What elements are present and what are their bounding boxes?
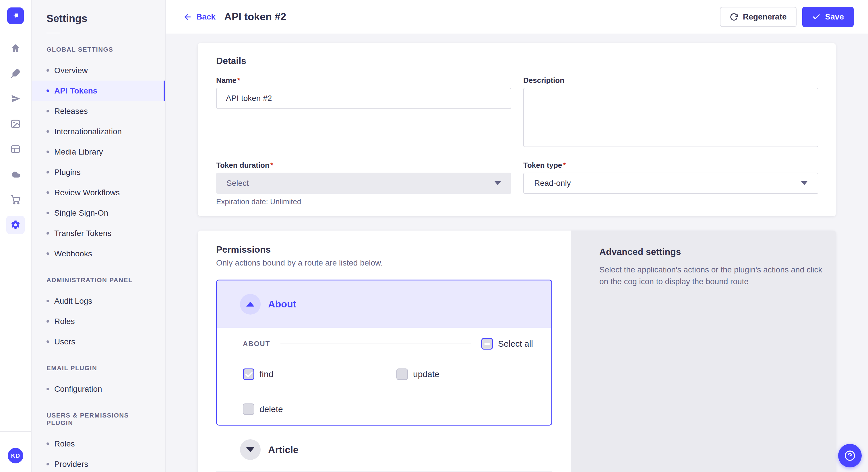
sidebar-item-media-library[interactable]: Media Library	[32, 142, 165, 162]
sidebar-item-audit-logs[interactable]: Audit Logs	[32, 291, 165, 311]
required-asterisk: *	[563, 161, 566, 169]
select-all-control[interactable]: Select all	[482, 338, 533, 349]
expand-toggle[interactable]	[240, 439, 260, 460]
about-section-row: ABOUT Select all	[243, 338, 533, 349]
icon-rail: KD	[0, 0, 32, 472]
check-icon	[812, 12, 820, 21]
chevron-down-icon	[495, 181, 501, 185]
back-label: Back	[196, 12, 216, 22]
sidebar-item-review-workflows[interactable]: Review Workflows	[32, 182, 165, 203]
accordion-article-title: Article	[268, 444, 299, 456]
chevron-up-icon	[246, 302, 254, 307]
accordion-about-title: About	[268, 299, 296, 310]
section-heading-email-plugin: EMAIL PLUGIN	[46, 365, 150, 372]
sidebar-item-internationalization[interactable]: Internationalization	[32, 121, 165, 142]
expiration-hint: Expiration date: Unlimited	[216, 197, 511, 206]
images-icon[interactable]	[6, 115, 25, 133]
page-header: Back API token #2 Regenerate Save	[166, 0, 868, 34]
chevron-down-icon	[801, 181, 807, 185]
bullet-icon	[46, 191, 49, 194]
sidebar-item-releases[interactable]: Releases	[32, 101, 165, 121]
section-items: Configuration	[32, 379, 165, 399]
update-label: update	[413, 369, 439, 379]
about-section-label: ABOUT	[243, 340, 270, 348]
regenerate-button[interactable]: Regenerate	[720, 7, 797, 27]
bullet-icon	[46, 320, 49, 323]
delete-label: delete	[259, 404, 283, 414]
sidebar-title-divider	[46, 33, 60, 33]
bullet-icon	[46, 90, 49, 92]
token-duration-label: Token duration*	[216, 161, 511, 170]
sidebar-item-webhooks[interactable]: Webhooks	[32, 243, 165, 264]
permissions-subtitle: Only actions bound by a route are listed…	[216, 258, 552, 268]
description-textarea[interactable]	[523, 88, 818, 147]
sidebar-item-admin-roles[interactable]: Roles	[32, 311, 165, 332]
token-duration-select[interactable]: Select	[216, 173, 511, 194]
accordion-article-header[interactable]: Article	[216, 439, 552, 460]
cloud-icon[interactable]	[6, 165, 25, 183]
token-type-select[interactable]: Read-only	[523, 173, 818, 194]
section-heading-global-settings: GLOBAL SETTINGS	[46, 46, 150, 53]
details-form: Name* Description Token duration* Select…	[216, 76, 817, 206]
accordion-about: About ABOUT Select all	[216, 279, 552, 426]
bullet-icon	[46, 171, 49, 173]
sidebar-item-transfer-tokens[interactable]: Transfer Tokens	[32, 223, 165, 243]
permissions-heading: Permissions	[216, 244, 552, 255]
about-actions-grid: find update delete	[243, 369, 533, 415]
next-accordion-strip	[216, 471, 552, 472]
bullet-icon	[46, 388, 49, 390]
action-delete: delete	[243, 403, 396, 415]
bullet-icon	[46, 110, 49, 112]
bullet-icon	[46, 442, 49, 445]
strapi-logo[interactable]	[7, 7, 24, 24]
bullet-icon	[46, 252, 49, 255]
paper-plane-icon[interactable]	[6, 90, 25, 108]
details-card: Details Name* Description Token duration…	[198, 43, 836, 216]
feather-icon[interactable]	[6, 64, 25, 82]
cart-icon[interactable]	[6, 191, 25, 209]
accordion-about-header[interactable]: About	[217, 280, 551, 328]
bullet-icon	[46, 300, 49, 302]
back-button[interactable]: Back	[183, 12, 216, 22]
layout-icon[interactable]	[6, 140, 25, 158]
section-items: Audit Logs Roles Users	[32, 291, 165, 352]
home-icon[interactable]	[6, 39, 25, 57]
name-input[interactable]	[216, 88, 511, 109]
regenerate-label: Regenerate	[743, 12, 787, 22]
accordion-about-body: ABOUT Select all find	[217, 328, 551, 425]
name-field-group: Name*	[216, 76, 511, 148]
collapse-toggle[interactable]	[240, 294, 260, 314]
section-heading-users-permissions-plugin: USERS & PERMISSIONS PLUGIN	[46, 412, 150, 427]
sidebar-item-configuration[interactable]: Configuration	[32, 379, 165, 399]
back-arrow-icon	[183, 12, 192, 22]
rail-nav	[6, 39, 25, 234]
section-divider	[280, 343, 471, 344]
rail-divider	[0, 431, 31, 432]
sidebar-item-providers[interactable]: Providers	[32, 454, 165, 472]
select-all-checkbox[interactable]	[482, 338, 493, 349]
chevron-down-icon	[246, 447, 254, 452]
sidebar-item-single-sign-on[interactable]: Single Sign-On	[32, 203, 165, 223]
find-checkbox[interactable]	[243, 369, 254, 380]
bullet-icon	[46, 150, 49, 153]
avatar[interactable]: KD	[8, 448, 23, 463]
bullet-icon	[46, 212, 49, 214]
save-label: Save	[825, 12, 844, 22]
section-items: Overview API Tokens Releases Internation…	[32, 60, 165, 264]
gear-icon[interactable]	[6, 216, 25, 234]
main-area: Back API token #2 Regenerate Save Detail…	[166, 0, 868, 472]
save-button[interactable]: Save	[802, 7, 854, 27]
sidebar-item-up-roles[interactable]: Roles	[32, 434, 165, 454]
sidebar-item-plugins[interactable]: Plugins	[32, 162, 165, 182]
page-title: API token #2	[224, 11, 286, 23]
bullet-icon	[46, 232, 49, 235]
sidebar-item-users[interactable]: Users	[32, 332, 165, 352]
sidebar-title: Settings	[46, 12, 165, 25]
sidebar-item-overview[interactable]: Overview	[32, 60, 165, 80]
delete-checkbox[interactable]	[243, 403, 254, 415]
token-duration-value: Select	[226, 179, 249, 188]
update-checkbox[interactable]	[396, 369, 408, 380]
sidebar-item-api-tokens[interactable]: API Tokens	[32, 80, 165, 101]
token-type-label: Token type*	[523, 161, 818, 170]
help-button[interactable]	[838, 444, 862, 467]
